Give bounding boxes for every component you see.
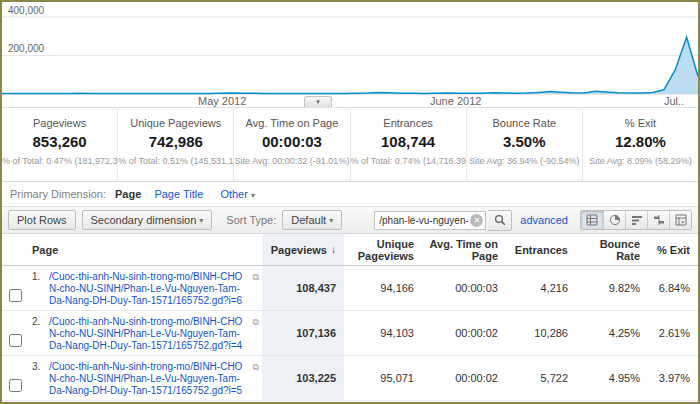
external-link-icon[interactable]: ⧉ — [253, 361, 259, 373]
secondary-dimension-button[interactable]: Secondary dimension▾ — [82, 210, 213, 230]
metric-label: Avg. Time on Page — [234, 117, 349, 129]
metric-entrances: Entrances 108,744 % of Total: 0.74% (14,… — [350, 108, 466, 181]
view-table-button[interactable] — [581, 211, 603, 229]
chevron-down-icon: ▾ — [329, 216, 333, 225]
unique-pageviews-cell: 94,103 — [344, 311, 422, 355]
row-checkbox-cell — [2, 356, 28, 400]
bounce-rate-cell: 4.25% — [576, 311, 648, 355]
sort-desc-icon: ↓ — [331, 244, 336, 256]
metrics-summary: Pageviews 853,260 % of Total: 0.47% (181… — [2, 108, 698, 182]
row-index: 2. — [32, 316, 49, 328]
sort-type-button[interactable]: Default▾ — [282, 210, 342, 230]
external-link-icon[interactable]: ⧉ — [253, 316, 259, 328]
row-index: 3. — [32, 361, 49, 373]
metric-label: Unique Pageviews — [118, 117, 233, 129]
table-row: 2. /Cuoc-thi-anh-Nu-sinh-trong-mo/BINH-C… — [2, 311, 698, 356]
avg-time-cell: 00:00:02 — [422, 311, 506, 355]
header-page[interactable]: Page — [28, 234, 262, 265]
header-unique-pageviews[interactable]: Unique Pageviews — [344, 234, 422, 265]
metric-value: 12.80% — [583, 133, 698, 150]
bounce-rate-cell: 9.82% — [576, 266, 648, 310]
unique-pageviews-cell: 95,071 — [344, 356, 422, 400]
page-link[interactable]: /Cuoc-thi-anh-Nu-sinh-trong-mo/BINH-CHON… — [49, 316, 258, 352]
pivot-view-icon — [675, 214, 687, 226]
bar-chart-icon — [631, 214, 643, 226]
search-field-wrapper: ✕ — [374, 211, 486, 230]
plot-rows-button[interactable]: Plot Rows — [8, 210, 76, 230]
metric-label: % Exit — [583, 117, 698, 129]
table-view-icon — [586, 214, 598, 226]
metric-percent-exit: % Exit 12.80% Site Avg: 8.09% (58.29%) — [582, 108, 698, 181]
dimension-page-active[interactable]: Page — [115, 188, 141, 200]
row-select-checkbox[interactable] — [9, 379, 22, 392]
pageviews-cell: 107,136 — [262, 311, 344, 355]
header-bounce-rate[interactable]: Bounce Rate — [576, 234, 648, 265]
external-link-icon[interactable]: ⧉ — [253, 271, 259, 283]
metric-subtext: Site Avg: 36.94% (-90.54%) — [467, 156, 582, 166]
header-percent-exit[interactable]: % Exit — [648, 234, 698, 265]
comparison-view-icon — [653, 214, 665, 226]
pageviews-cell: 108,437 — [262, 266, 344, 310]
unique-pageviews-cell: 94,166 — [344, 266, 422, 310]
sort-type-label: Sort Type: — [226, 214, 276, 226]
dimension-page-title-link[interactable]: Page Title — [154, 188, 203, 200]
pie-chart-icon — [609, 214, 621, 226]
y-axis-tick-400k: 400,000 — [8, 5, 44, 16]
metric-subtext: Site Avg: 00:00:32 (-91.01%) — [234, 156, 349, 166]
metric-value: 742,986 — [118, 133, 233, 150]
analytics-report-window: 400,000 200,000 May 2012 June 2012 Jul..… — [0, 0, 700, 404]
clear-search-icon[interactable]: ✕ — [470, 214, 483, 227]
metric-label: Bounce Rate — [467, 117, 582, 129]
traffic-chart-section: 400,000 200,000 May 2012 June 2012 Jul..… — [2, 2, 698, 108]
chevron-down-icon: ▾ — [199, 216, 203, 225]
x-axis-tick-june: June 2012 — [430, 95, 481, 107]
view-pivot-button[interactable] — [669, 211, 691, 229]
traffic-chart — [2, 2, 698, 108]
collapse-chart-button[interactable]: ▾ — [304, 96, 332, 107]
row-select-checkbox[interactable] — [9, 334, 22, 347]
page-link[interactable]: /Cuoc-thi-anh-Nu-sinh-trong-mo/BINH-CHON… — [49, 271, 258, 307]
page-cell: 2. /Cuoc-thi-anh-Nu-sinh-trong-mo/BINH-C… — [28, 311, 262, 355]
bounce-rate-cell: 4.95% — [576, 356, 648, 400]
y-axis-tick-200k: 200,000 — [8, 43, 44, 54]
primary-dimension-label: Primary Dimension: — [10, 188, 106, 200]
view-performance-button[interactable] — [625, 211, 647, 229]
pageviews-cell: 103,225 — [262, 356, 344, 400]
x-axis-tick-may: May 2012 — [198, 95, 246, 107]
metric-value: 00:00:03 — [234, 133, 349, 150]
chevron-down-icon: ▾ — [251, 191, 255, 200]
row-checkbox-cell — [2, 266, 28, 310]
view-switcher — [580, 210, 692, 230]
primary-dimension-bar: Primary Dimension: Page Page Title Other… — [2, 182, 698, 206]
metric-value: 108,744 — [351, 133, 466, 150]
entrances-cell: 4,216 — [506, 266, 576, 310]
dimension-other-link[interactable]: Other▾ — [220, 188, 255, 200]
page-link[interactable]: /Cuoc-thi-anh-Nu-sinh-trong-mo/BINH-CHON… — [49, 361, 258, 397]
metric-subtext: % of Total: 0.47% (181,972,377) — [2, 156, 117, 166]
header-avg-time-on-page[interactable]: Avg. Time on Page — [422, 234, 506, 265]
metric-label: Pageviews — [2, 117, 117, 129]
traffic-line — [2, 37, 698, 93]
header-pageviews[interactable]: Pageviews↓ — [262, 234, 344, 265]
search-button[interactable] — [488, 210, 512, 231]
metric-unique-pageviews: Unique Pageviews 742,986 % of Total: 0.5… — [117, 108, 233, 181]
metric-value: 853,260 — [2, 133, 117, 150]
header-entrances[interactable]: Entrances — [506, 234, 576, 265]
row-select-checkbox[interactable] — [9, 289, 22, 302]
view-comparison-button[interactable] — [647, 211, 669, 229]
row-index: 1. — [32, 271, 49, 283]
chevron-down-icon: ▾ — [316, 98, 320, 105]
entrances-cell: 5,722 — [506, 356, 576, 400]
page-cell: 3. /Cuoc-thi-anh-Nu-sinh-trong-mo/BINH-C… — [28, 356, 262, 400]
metric-bounce-rate: Bounce Rate 3.50% Site Avg: 36.94% (-90.… — [466, 108, 582, 181]
advanced-search-link[interactable]: advanced — [520, 214, 568, 226]
table-header-row: Page Pageviews↓ Unique Pageviews Avg. Ti… — [2, 234, 698, 266]
entrances-cell: 10,286 — [506, 311, 576, 355]
metric-subtext: Site Avg: 8.09% (58.29%) — [583, 156, 698, 166]
metric-subtext: % of Total: 0.51% (145,531,119) — [118, 156, 233, 166]
avg-time-cell: 00:00:02 — [422, 356, 506, 400]
view-percentage-button[interactable] — [603, 211, 625, 229]
avg-time-cell: 00:00:03 — [422, 266, 506, 310]
row-checkbox-cell — [2, 311, 28, 355]
page-cell: 1. /Cuoc-thi-anh-Nu-sinh-trong-mo/BINH-C… — [28, 266, 262, 310]
